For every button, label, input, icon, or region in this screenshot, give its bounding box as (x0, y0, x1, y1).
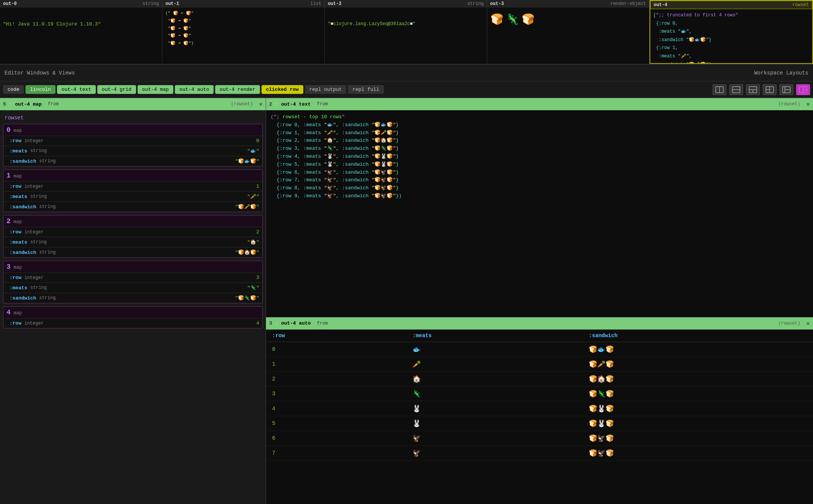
map-row-key-2: :row (10, 229, 21, 235)
auto-cell-sandwich-7: 🍞🦅🍞 (583, 445, 813, 460)
auto-cell-row-5: 5 (266, 416, 406, 431)
auto-table-row-3[interactable]: 3🦎🍞🦎🍞 (266, 386, 813, 401)
map-item-3-row: :row integer 3 (3, 273, 262, 282)
tab-out4-map[interactable]: out-4 map (138, 85, 173, 94)
left-panel-rowset: (rowset) (231, 101, 253, 107)
auto-cell-meats-5: 🐰 (406, 416, 583, 431)
map-row-key-2-meats: :meats (10, 239, 27, 245)
top-panel-out1-type: list (311, 1, 322, 6)
ws-layout-1[interactable] (713, 84, 726, 95)
auto-cell-sandwich-2: 🍞🏠🍞 (583, 371, 813, 386)
ws-layout-3[interactable] (746, 84, 760, 95)
top-panel-out4-type: rowset (792, 2, 809, 8)
map-item-0: 0 map :row integer 0 :meats string "🐟" :… (3, 124, 263, 166)
tab-out4-grid[interactable]: out-4 grid (97, 85, 136, 94)
tab-repl-output[interactable]: repl output (305, 85, 347, 94)
map-item-2-index: 2 (6, 218, 11, 225)
tab-out4-auto[interactable]: out-4 auto (175, 85, 214, 94)
top-panel-out4-content: [";; truncated to first 4 rows" {:row 0,… (650, 9, 812, 63)
map-view: rowset 0 map :row integer 0 :meats strin… (0, 110, 266, 504)
top-panel-out3-type: render-object (610, 1, 646, 6)
auto-table-row-6[interactable]: 6🦅🍞🦅🍞 (266, 431, 813, 445)
auto-cell-row-1: 1 (266, 357, 406, 371)
tab-out4-text[interactable]: out-4 text (57, 85, 96, 94)
map-row-key-sandwich: :sandwich (10, 158, 36, 164)
auto-cell-meats-4: 🐰 (406, 401, 583, 416)
right-lower-close[interactable]: ✕ (806, 320, 810, 327)
map-item-4: 4 map :row integer 4 (3, 306, 263, 328)
top-panel-out3-name: out-3 (490, 1, 504, 6)
tv-line-3: {:row 2, :meats "🏠", :sandwich "🍞🏠🍞"} (271, 137, 808, 145)
auto-cell-meats-3: 🦎 (406, 386, 583, 401)
right-upper-panel: 2 : out-4 text from (rowset) ✕ ("; rowse… (266, 98, 813, 317)
right-lower-from: from (317, 321, 328, 326)
map-item-3-meats: :meats string "🦎" (3, 282, 262, 293)
top-panel-out3: out-3 render-object 🍞 🦎 🍞 (487, 0, 650, 64)
map-item-2-type: map (14, 219, 22, 225)
map-item-2-meats: :meats string "🏠" (3, 237, 262, 247)
map-item-1-header: 1 map (3, 170, 262, 181)
left-panel-from: from (48, 101, 59, 107)
right-upper-close[interactable]: ✕ (806, 100, 810, 108)
map-row-type-2-meats: string (30, 239, 47, 245)
map-item-1-index: 1 (6, 172, 11, 179)
map-item-0-type: map (14, 128, 22, 133)
top-panel-out0-text: "Hi! Java 11.0.19 Clojure 1.10.3" (3, 21, 159, 27)
auto-cell-sandwich-6: 🍞🦅🍞 (583, 431, 813, 445)
map-row-val-2-row: 2 (256, 229, 259, 235)
map-row-type-2-sandwich: string (39, 250, 55, 255)
top-panel-out3-content: 🍞 🦎 🍞 (487, 8, 649, 64)
top-panel-out0: out-0 string "Hi! Java 11.0.19 Clojure 1… (0, 0, 162, 64)
left-panel-close[interactable]: ✕ (259, 100, 263, 108)
auto-cell-row-4: 4 (266, 401, 406, 416)
auto-table-row-0[interactable]: 0🐟🍞🐟🍞 (266, 342, 813, 357)
editor-title: Editor Windows & Views (5, 70, 75, 76)
map-item-1-sandwich: :sandwich string "🍞🥕🍞" (3, 201, 262, 212)
map-item-0-meats: :meats string "🐟" (3, 146, 262, 156)
map-row-val-4-row: 4 (256, 320, 259, 326)
map-item-0-header: 0 map (3, 124, 262, 136)
top-panel-out4-header: out-4 rowset (650, 1, 812, 9)
top-panel-out1: out-1 list (" 🍞 ⬅ 🍞" "🍞 ⬅ 🍞" "🍞 ⬅ 🍞" "🍞 … (162, 0, 325, 64)
top-panel-out2-name: out-2 (328, 1, 341, 6)
map-row-val-1-meats: "🥕" (247, 193, 259, 200)
map-item-4-row: :row integer 4 (3, 318, 262, 328)
auto-table-row-4[interactable]: 4🐰🍞🐰🍞 (266, 401, 813, 416)
map-item-3: 3 map :row integer 3 :meats string "🦎" :… (3, 261, 263, 303)
auto-cell-sandwich-5: 🍞🐰🍞 (583, 416, 813, 431)
auto-table-row-2[interactable]: 2🏠🍞🏠🍞 (266, 371, 813, 386)
tab-out4-render[interactable]: out-4 render (215, 85, 260, 94)
ws-layout-5[interactable] (780, 84, 793, 95)
map-row-key-3: :row (10, 275, 21, 281)
top-panel-out4-name: out-4 (654, 2, 667, 8)
tv-line-0: ("; rowset - top 10 rows" (271, 113, 808, 121)
top-panel-out1-header: out-1 list (162, 0, 324, 8)
top-panel-out2-header: out-2 string (325, 0, 487, 8)
top-panel-out0-content: "Hi! Java 11.0.19 Clojure 1.10.3" (0, 8, 162, 64)
ws-layout-2[interactable] (729, 84, 743, 95)
map-item-2-row: :row integer 2 (3, 227, 262, 237)
top-panel-out2-type: string (467, 1, 483, 6)
right-lower-rowset: (rowset) (778, 321, 800, 326)
ws-layout-4[interactable] (763, 84, 777, 95)
tab-code[interactable]: code (3, 85, 24, 94)
out4-line0: [";; truncated to first 4 rows" (653, 11, 809, 20)
ws-layout-6-active[interactable] (796, 84, 810, 95)
auto-table-row-7[interactable]: 7🦅🍞🦅🍞 (266, 445, 813, 460)
right-panels: 2 : out-4 text from (rowset) ✕ ("; rowse… (266, 98, 813, 504)
auto-cell-sandwich-1: 🍞🥕🍞 (583, 357, 813, 371)
map-row-val-3-sandwich: "🍞🦎🍞" (235, 295, 259, 301)
tab-repl-full[interactable]: repl full (348, 85, 384, 94)
right-upper-rowset: (rowset) (778, 101, 800, 107)
map-row-key: :row (10, 138, 21, 144)
auto-table-row-1[interactable]: 1🥕🍞🥕🍞 (266, 357, 813, 371)
tab-clicked-row[interactable]: clicked row (261, 85, 303, 94)
auto-table-row-5[interactable]: 5🐰🍞🐰🍞 (266, 416, 813, 431)
map-row-key-1: :row (10, 184, 21, 189)
tab-lincoln[interactable]: lincoln (25, 85, 55, 94)
map-row-type-3-sandwich: string (39, 295, 55, 301)
workspace-label: Workspace Layouts (754, 70, 808, 76)
right-lower-num: 3 (269, 320, 272, 326)
auto-cell-sandwich-3: 🍞🦎🍞 (583, 386, 813, 401)
map-row-val-2-sandwich: "🍞🏠🍞" (235, 249, 259, 255)
